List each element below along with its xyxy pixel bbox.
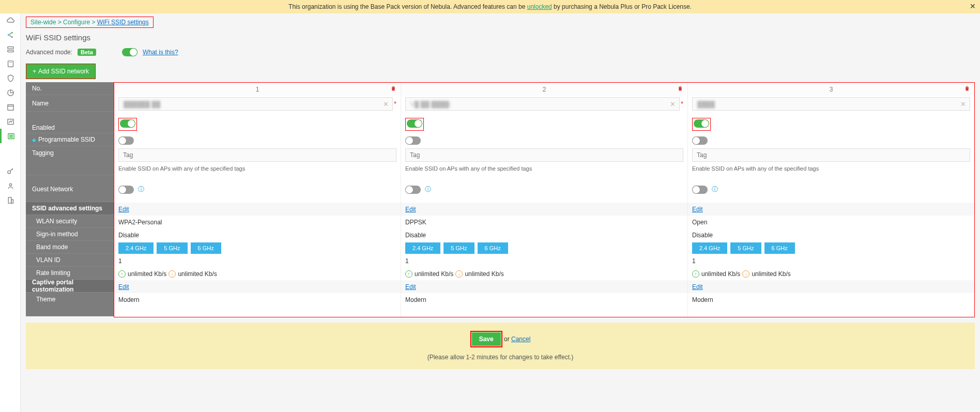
svg-rect-20 bbox=[8, 197, 11, 203]
trash-icon[interactable] bbox=[677, 85, 683, 93]
what-is-this-link[interactable]: What is this? bbox=[143, 49, 178, 56]
breadcrumb-wifi-settings[interactable]: WiFi SSID settings bbox=[97, 19, 149, 26]
guest-cell: ⓘ bbox=[401, 176, 687, 203]
save-button[interactable]: Save bbox=[472, 332, 501, 346]
ssid-column: 3████✕Enable SSID on APs with any of the… bbox=[688, 83, 974, 317]
nav-shield-icon[interactable] bbox=[0, 71, 21, 85]
nav-key-icon[interactable] bbox=[0, 164, 21, 178]
tagging-cell: Enable SSID on APs with any of the speci… bbox=[401, 147, 687, 176]
adv-header-cell: Edit bbox=[401, 203, 687, 216]
enabled-toggle[interactable] bbox=[407, 119, 422, 128]
enabled-toggle[interactable] bbox=[120, 119, 135, 128]
nav-pie-icon[interactable] bbox=[0, 85, 21, 100]
tag-input[interactable] bbox=[405, 148, 683, 162]
enabled-toggle[interactable] bbox=[694, 119, 709, 128]
tag-help-text: Enable SSID on APs with any of the speci… bbox=[688, 163, 974, 174]
nav-user-icon[interactable] bbox=[0, 178, 21, 193]
tag-input[interactable] bbox=[692, 148, 970, 162]
programmable-toggle[interactable] bbox=[692, 136, 708, 145]
clear-icon[interactable]: ✕ bbox=[670, 100, 676, 108]
label-band: Band mode bbox=[26, 241, 114, 254]
security-cell: Open bbox=[688, 216, 974, 228]
svg-point-1 bbox=[11, 32, 12, 33]
prog-cell bbox=[114, 134, 401, 147]
name-cell: ████✕ bbox=[688, 96, 974, 112]
edit-link[interactable]: Edit bbox=[692, 206, 703, 213]
plus-icon: + bbox=[33, 68, 36, 75]
ssid-name-input[interactable] bbox=[692, 97, 970, 111]
security-cell: DPPSK bbox=[401, 216, 687, 228]
name-cell: ██████ ██✕* bbox=[114, 96, 401, 112]
nav-chart-icon[interactable] bbox=[0, 114, 21, 129]
tag-input[interactable] bbox=[118, 148, 396, 162]
beta-badge: Beta bbox=[78, 49, 96, 56]
info-icon[interactable]: ⓘ bbox=[138, 185, 144, 194]
clear-icon[interactable]: ✕ bbox=[960, 100, 966, 108]
trash-icon[interactable] bbox=[390, 85, 396, 93]
nav-server-icon[interactable] bbox=[0, 42, 21, 56]
cp-header-cell: Edit bbox=[688, 280, 974, 293]
info-icon[interactable]: ⓘ bbox=[712, 185, 718, 194]
guest-toggle[interactable] bbox=[405, 186, 421, 194]
footer-note: (Please allow 1-2 minutes for changes to… bbox=[34, 354, 967, 361]
band-cell: 2.4 GHz5 GHz6 GHz bbox=[401, 241, 687, 254]
banner-text-post: by purchasing a Nebula Plus or Pro Pack … bbox=[552, 3, 692, 10]
adv-header-cell: Edit bbox=[688, 203, 974, 216]
guest-cell: ⓘ bbox=[114, 176, 401, 203]
band-chip: 5 GHz bbox=[157, 242, 187, 254]
rate-cell: ↑unlimited Kb/s ↓unlimited Kb/s bbox=[401, 267, 687, 280]
col-header: 1 bbox=[114, 83, 401, 96]
breadcrumb-configure[interactable]: Configure bbox=[63, 19, 90, 26]
edit-link[interactable]: Edit bbox=[118, 283, 129, 291]
programmable-toggle[interactable] bbox=[118, 136, 134, 145]
label-no: No. bbox=[26, 82, 114, 95]
label-tagging: Tagging bbox=[26, 146, 114, 175]
rate-up-icon: ↑ bbox=[118, 270, 126, 278]
edit-link[interactable]: Edit bbox=[692, 283, 703, 291]
guest-cell: ⓘ bbox=[688, 176, 974, 203]
advanced-mode-toggle[interactable] bbox=[122, 48, 137, 56]
banner-close-icon[interactable]: ✕ bbox=[970, 2, 976, 10]
info-icon[interactable]: ⓘ bbox=[425, 185, 431, 194]
required-star: * bbox=[394, 100, 396, 108]
nav-building-icon[interactable] bbox=[0, 193, 21, 207]
nav-calendar-icon[interactable] bbox=[0, 100, 21, 114]
vlan-cell: 1 bbox=[688, 254, 974, 267]
tagging-cell: Enable SSID on APs with any of the speci… bbox=[688, 147, 974, 176]
trash-icon[interactable] bbox=[964, 85, 970, 93]
band-chip: 5 GHz bbox=[730, 242, 761, 254]
nav-cloud-icon[interactable] bbox=[0, 13, 21, 27]
edit-link[interactable]: Edit bbox=[118, 206, 129, 213]
name-cell: V█ ██ ████t✕* bbox=[401, 96, 687, 112]
svg-rect-6 bbox=[7, 50, 13, 52]
edit-link[interactable]: Edit bbox=[405, 283, 416, 291]
advanced-mode-label: Advanced mode: bbox=[26, 49, 72, 56]
programmable-toggle[interactable] bbox=[405, 136, 421, 145]
ssid-name-input[interactable] bbox=[405, 97, 680, 111]
tag-help-text: Enable SSID on APs with any of the speci… bbox=[401, 163, 687, 174]
cancel-link[interactable]: Cancel bbox=[511, 335, 530, 343]
band-chip: 2.4 GHz bbox=[118, 242, 154, 254]
edit-link[interactable]: Edit bbox=[405, 206, 416, 213]
ssid-columns: 1██████ ██✕*Enable SSID on APs with any … bbox=[114, 82, 975, 317]
nav-org-icon[interactable] bbox=[0, 56, 21, 71]
theme-cell: Modern bbox=[114, 293, 401, 317]
nav-share-icon[interactable] bbox=[0, 27, 21, 42]
theme-cell: Modern bbox=[688, 293, 974, 317]
breadcrumb-sitewide[interactable]: Site-wide bbox=[30, 19, 56, 26]
svg-point-2 bbox=[11, 36, 12, 38]
banner-unlock-link[interactable]: unlocked bbox=[527, 3, 552, 10]
svg-point-18 bbox=[7, 171, 10, 174]
guest-toggle[interactable] bbox=[118, 186, 134, 194]
clear-icon[interactable]: ✕ bbox=[383, 100, 389, 108]
add-ssid-button[interactable]: + Add SSID network bbox=[26, 64, 95, 79]
band-chip: 6 GHz bbox=[191, 242, 221, 254]
guest-toggle[interactable] bbox=[692, 186, 708, 194]
col-number: 3 bbox=[830, 86, 833, 93]
vlan-cell: 1 bbox=[401, 254, 687, 267]
nav-list-icon[interactable] bbox=[0, 129, 21, 143]
rate-cell: ↑unlimited Kb/s ↓unlimited Kb/s bbox=[114, 267, 401, 280]
label-captive-portal: Captive portal customization bbox=[26, 280, 114, 293]
ssid-name-input[interactable] bbox=[118, 97, 393, 111]
label-vlan: VLAN ID bbox=[26, 254, 114, 267]
